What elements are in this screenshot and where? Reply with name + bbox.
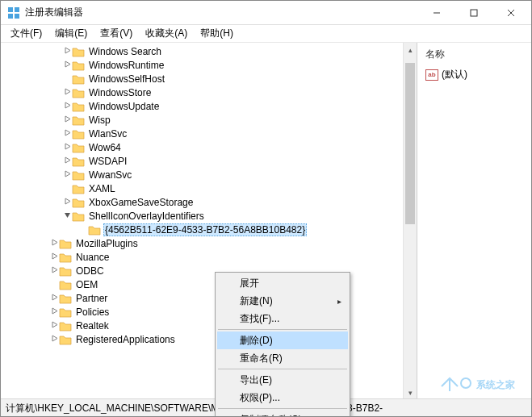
expander-icon[interactable]	[62, 170, 72, 179]
expander-icon[interactable]	[49, 294, 59, 302]
folder-icon	[59, 320, 72, 332]
scroll-down-button[interactable]: ▾	[404, 386, 417, 399]
tree-panel: Windows SearchWindowsRuntimeWindowsSelfH…	[1, 43, 417, 399]
folder-icon	[72, 73, 85, 85]
menu-file[interactable]: 文件(F)	[4, 25, 48, 42]
tree-item[interactable]: Wow64	[1, 140, 417, 154]
watermark: 系统之家	[438, 372, 526, 397]
expander-icon[interactable]	[62, 211, 72, 220]
tree-item[interactable]: WindowsSelfHost	[1, 72, 417, 85]
tree-item-label: RegisteredApplications	[74, 334, 177, 345]
tree-item[interactable]: ShellIconOverlayIdentifiers	[1, 209, 417, 223]
minimize-button[interactable]	[418, 1, 455, 25]
expander-icon[interactable]	[49, 239, 59, 248]
expander-icon[interactable]	[62, 198, 72, 206]
tree-item[interactable]: RegisteredApplications	[1, 332, 417, 346]
folder-icon	[72, 60, 85, 71]
tree-item[interactable]: WwanSvc	[1, 168, 417, 181]
value-name: (默认)	[442, 68, 467, 81]
scroll-up-button[interactable]: ▴	[404, 43, 417, 56]
expander-icon[interactable]	[62, 102, 72, 111]
scroll-thumb[interactable]	[405, 63, 415, 224]
tree-item[interactable]: Partner	[1, 291, 417, 305]
expander-icon[interactable]	[62, 88, 72, 97]
menu-view[interactable]: 查看(V)	[94, 25, 139, 42]
folder-icon	[72, 169, 85, 181]
tree-item[interactable]: OEM	[1, 277, 417, 291]
expander-icon[interactable]	[62, 129, 72, 138]
tree-item[interactable]: WlanSvc	[1, 127, 417, 140]
tree-item[interactable]: WindowsUpdate	[1, 99, 417, 113]
tree-item[interactable]: Realtek	[1, 319, 417, 332]
folder-icon	[59, 306, 72, 318]
svg-rect-0	[8, 7, 13, 12]
svg-rect-3	[15, 14, 19, 19]
ctx-rename[interactable]: 重命名(R)	[217, 349, 348, 367]
folder-icon	[59, 279, 72, 290]
tree-item-label: Policies	[74, 306, 111, 318]
menu-help[interactable]: 帮助(H)	[194, 25, 240, 42]
tree-item[interactable]: WindowsRuntime	[1, 58, 417, 72]
tree-item-label: WindowsStore	[87, 87, 153, 98]
separator	[218, 369, 347, 369]
menu-favorites[interactable]: 收藏夹(A)	[139, 25, 194, 42]
column-header-name[interactable]: 名称	[424, 46, 525, 66]
folder-icon	[72, 115, 85, 126]
tree-item[interactable]: ODBC	[1, 264, 417, 277]
tree-item-label: XboxGameSaveStorage	[87, 197, 195, 208]
expander-icon[interactable]	[49, 321, 59, 330]
tree-item[interactable]: MozillaPlugins	[1, 236, 417, 250]
expander-icon[interactable]	[49, 252, 59, 261]
expander-icon[interactable]	[62, 143, 72, 152]
expander-icon[interactable]	[62, 47, 72, 56]
folder-icon	[72, 183, 85, 194]
scrollbar-vertical[interactable]: ▴ ▾	[403, 43, 417, 399]
menu-edit[interactable]: 编辑(E)	[48, 25, 94, 42]
tree-item[interactable]: XAML	[1, 181, 417, 195]
folder-icon	[59, 293, 72, 304]
separator	[218, 329, 347, 330]
folder-icon	[59, 334, 72, 345]
tree-item[interactable]: WindowsStore	[1, 85, 417, 99]
tree-item-label: Wow64	[87, 142, 123, 153]
tree-item-label: Wisp	[87, 115, 112, 126]
svg-rect-2	[8, 14, 13, 19]
expander-icon[interactable]	[49, 335, 59, 344]
tree-item[interactable]: XboxGameSaveStorage	[1, 195, 417, 209]
string-value-icon: ab	[425, 69, 438, 81]
ctx-permissions[interactable]: 权限(P)...	[217, 389, 348, 407]
value-row-default[interactable]: ab (默认)	[424, 66, 525, 83]
expander-icon[interactable]	[62, 156, 72, 165]
ctx-new[interactable]: 新建(N)▸	[217, 292, 348, 310]
tree-item-label: XAML	[87, 183, 117, 194]
tree-item[interactable]: Policies	[1, 305, 417, 319]
folder-icon	[72, 197, 85, 208]
expander-icon[interactable]	[62, 60, 72, 69]
tree-item[interactable]: WSDAPI	[1, 154, 417, 168]
folder-icon	[72, 142, 85, 153]
values-panel: 名称 ab (默认)	[417, 43, 531, 399]
expander-icon[interactable]	[49, 307, 59, 316]
ctx-export[interactable]: 导出(E)	[217, 371, 348, 389]
tree-item[interactable]: {4562B511-62E9-4533-B7B2-56A8BB10B482}	[1, 223, 417, 236]
maximize-button[interactable]	[455, 1, 492, 25]
ctx-find[interactable]: 查找(F)...	[217, 310, 348, 327]
tree-item-label: Windows Search	[87, 46, 163, 57]
ctx-copy-key-name[interactable]: 复制项名称(C)	[217, 411, 348, 417]
tree-item-label: Partner	[74, 293, 109, 304]
expander-icon[interactable]	[49, 266, 59, 275]
ctx-expand: 展开	[217, 274, 348, 292]
menu-bar: 文件(F) 编辑(E) 查看(V) 收藏夹(A) 帮助(H)	[1, 25, 531, 43]
expander-icon[interactable]	[62, 115, 72, 124]
folder-icon	[72, 156, 85, 167]
svg-point-8	[461, 378, 471, 388]
folder-icon	[72, 87, 85, 98]
tree-item-label: Nuance	[74, 252, 111, 263]
title-bar: 注册表编辑器	[1, 1, 531, 25]
ctx-delete[interactable]: 删除(D)	[217, 332, 348, 349]
close-button[interactable]	[492, 1, 530, 25]
tree-item[interactable]: Wisp	[1, 113, 417, 127]
tree-item[interactable]: Windows Search	[1, 44, 417, 58]
svg-rect-5	[471, 10, 477, 16]
tree-item[interactable]: Nuance	[1, 250, 417, 264]
